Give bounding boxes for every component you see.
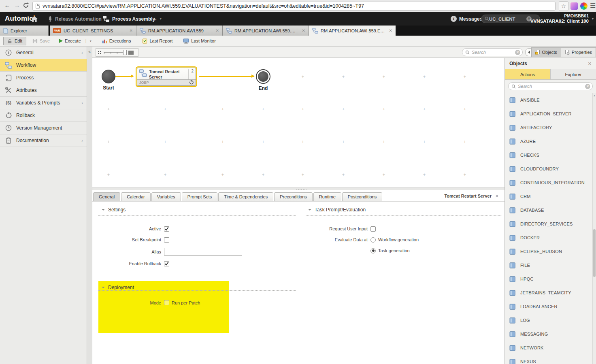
last-monitor-button[interactable]: Last Monitor [183, 38, 216, 44]
object-folder-item[interactable]: ANSIBLE [505, 93, 592, 107]
execute-dropdown-icon[interactable]: ▾ [90, 39, 92, 43]
close-tab-icon[interactable]: ✕ [216, 28, 219, 33]
run-per-patch-checkbox[interactable] [164, 300, 169, 305]
home-button[interactable] [31, 12, 38, 26]
workflow-canvas[interactable]: ++++++++++++++++++++++++++++++++ Start T… [92, 58, 504, 187]
browser-back-icon[interactable]: ← [3, 2, 11, 9]
scrollbar-thumb[interactable] [593, 229, 596, 277]
zoom-slider[interactable] [104, 52, 125, 53]
workflow-end-node[interactable] [256, 69, 270, 84]
sidebar-item-workflow[interactable]: Workflow [0, 59, 87, 72]
tab-explorer[interactable]: Explorer [0, 26, 49, 36]
tab-actions[interactable]: Actions [505, 69, 551, 79]
sidebar-item-version-management[interactable]: Version Management [0, 122, 87, 134]
settings-header[interactable]: Settings [98, 207, 296, 216]
client-search-input[interactable] [489, 17, 526, 21]
object-folder-item[interactable]: LOG [505, 313, 592, 327]
object-folder-item[interactable]: NEXUS [505, 355, 592, 364]
scroll-up-icon[interactable]: ▲ [593, 93, 596, 97]
last-report-button[interactable]: Last Report [142, 38, 172, 44]
object-folder-item[interactable]: LOADBALANCER [505, 300, 592, 313]
workflow-task-node[interactable]: Tomcat Restart Server 2 JOBP [136, 66, 197, 87]
alias-input[interactable] [164, 248, 242, 255]
panel-splitter[interactable] [92, 187, 504, 190]
object-folder-item[interactable]: CRM [505, 189, 592, 203]
browser-forward-icon[interactable]: → [13, 2, 21, 9]
enable-rollback-checkbox[interactable] [164, 261, 169, 266]
sidebar-item-general[interactable]: General › [0, 47, 87, 59]
active-checkbox[interactable] [164, 226, 169, 232]
detail-tab-time-dependencies[interactable]: Time & Dependencies [218, 192, 273, 201]
tab-rm-application-awi-559-tomcat[interactable]: RM.APPLICATION.AWI.559.TOMCAT ✕ [223, 26, 309, 36]
set-breakpoint-checkbox[interactable] [164, 237, 169, 243]
close-tab-icon[interactable]: ✕ [302, 28, 305, 33]
task-generation-radio[interactable] [370, 248, 376, 253]
objects-panel-toggle[interactable]: Objects [531, 47, 561, 57]
object-folder-item[interactable]: HPQC [505, 272, 592, 286]
bookmark-star-icon[interactable]: ☆ [559, 1, 568, 11]
splitter-handle-icon[interactable] [296, 189, 307, 190]
zoom-slider-handle[interactable] [123, 50, 127, 55]
request-user-input-checkbox[interactable] [370, 226, 376, 232]
object-folder-item[interactable]: ECLIPSE_HUDSON [505, 245, 592, 258]
object-folder-item[interactable]: CONTINUOUS_INTEGRATION [505, 176, 592, 189]
nav-release-automation[interactable]: Release Automation [48, 12, 102, 26]
object-folder-item[interactable]: CHECKS [505, 148, 592, 162]
account-info[interactable]: PMO/SBB01 VVNSATARA02: Client 100 [530, 13, 589, 24]
detail-tab-general[interactable]: General [93, 192, 120, 201]
properties-panel-toggle[interactable]: Properties [561, 47, 596, 57]
nav-process-assembly[interactable]: Process Assembly [103, 12, 155, 26]
clear-search-icon[interactable]: ✕ [515, 50, 520, 55]
execute-button[interactable]: Execute |▾ [59, 38, 92, 43]
object-folder-item[interactable]: DATABASE [505, 203, 592, 217]
tab-explorer-panel[interactable]: Explorer [551, 69, 596, 79]
sidebar-item-documentation[interactable]: Documentation › [0, 134, 87, 147]
object-folder-item[interactable]: NETWORK [505, 341, 592, 355]
browser-reload-icon[interactable] [23, 2, 29, 9]
add-perspective-button[interactable]: +▾ [153, 12, 162, 26]
close-tab-icon[interactable]: ✕ [389, 28, 392, 33]
color-wheel-extension-icon[interactable] [580, 2, 587, 10]
detail-tab-runtime[interactable]: Runtime [313, 192, 341, 201]
tab-uc-client-settings[interactable]: VAR UC_CLIENT_SETTINGS ✕ [50, 26, 136, 36]
object-folder-item[interactable]: CLOUDFOUNDRY [505, 162, 592, 176]
detail-tab-preconditions[interactable]: Preconditions [274, 192, 313, 201]
close-detail-icon[interactable]: ✕ [495, 194, 499, 199]
clear-search-icon[interactable]: ✕ [585, 84, 590, 89]
tab-rm-application-awi-559-evaluationtest[interactable]: RM.APPLICATION.AWI.559.EVALUATIO... ✕ [309, 26, 396, 36]
deployment-header[interactable]: Deployment [98, 281, 229, 290]
messages-button[interactable]: i Messages [451, 12, 482, 26]
canvas-search[interactable]: ✕ [462, 48, 523, 56]
object-folder-item[interactable]: FILE [505, 258, 592, 272]
edit-button[interactable]: Edit [3, 37, 26, 45]
close-panel-icon[interactable]: ✕ [588, 61, 592, 66]
object-folder-item[interactable]: JETBRAINS_TEAMCITY [505, 286, 592, 300]
address-bar[interactable]: vvnsatara02:8080/ECC/#pa/view/RM.APPLICA… [32, 2, 556, 11]
object-folder-item[interactable]: ARTIFACTORY [505, 121, 592, 134]
detail-tab-prompt-sets[interactable]: Prompt Sets [182, 192, 218, 201]
tab-rm-application-awi-559[interactable]: RM.APPLICATION.AWI.559 ✕ [136, 26, 223, 36]
objects-search[interactable]: ✕ [508, 82, 593, 90]
objects-scrollbar[interactable]: ▲ [592, 93, 596, 364]
object-folder-item[interactable]: APPLICATION_SERVER [505, 107, 592, 121]
object-folder-item[interactable]: AZURE [505, 134, 592, 148]
objects-search-input[interactable] [518, 84, 583, 89]
detail-tab-postconditions[interactable]: Postconditions [342, 192, 383, 201]
object-folder-item[interactable]: DIRECTORY_SERVICES [505, 217, 592, 231]
sidebar-item-rollback[interactable]: Rollback [0, 109, 87, 122]
object-folder-item[interactable]: DOCKER [505, 231, 592, 245]
task-prompt-header[interactable]: Task Prompt/Evaluation [305, 207, 502, 216]
workflow-generation-radio[interactable] [370, 237, 376, 243]
workflow-start-node[interactable] [102, 70, 115, 83]
sidebar-item-attributes[interactable]: Attributes [0, 84, 87, 97]
sidebar-collapse-strip[interactable]: « [87, 47, 92, 364]
object-folder-item[interactable]: MESSAGING [505, 327, 592, 341]
canvas-search-input[interactable] [472, 50, 513, 55]
sidebar-item-variables-prompts[interactable]: {$} Variables & Prompts › [0, 97, 87, 109]
executions-button[interactable]: Executions [102, 38, 131, 44]
account-chevron-icon[interactable]: ▾ [592, 17, 594, 21]
extension-icon[interactable] [570, 2, 578, 10]
close-tab-icon[interactable]: ✕ [130, 28, 133, 33]
save-button[interactable]: Save [32, 38, 50, 44]
detail-tab-calendar[interactable]: Calendar [121, 192, 151, 201]
